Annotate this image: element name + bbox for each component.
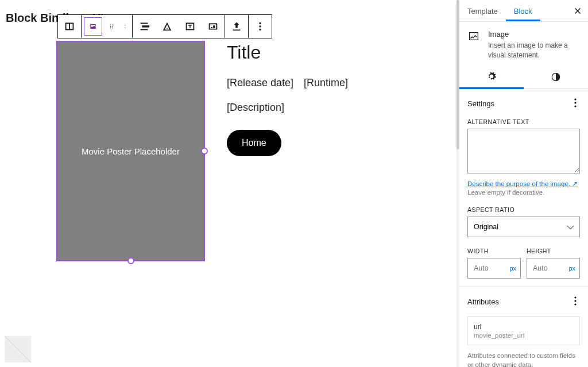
kebab-icon [574, 296, 577, 306]
svg-point-3 [112, 26, 113, 27]
attribute-value: movie_poster_url [474, 332, 574, 339]
svg-point-11 [574, 102, 576, 103]
resize-handle-bottom[interactable] [127, 257, 134, 264]
block-tab[interactable]: Block [506, 0, 540, 21]
align-button[interactable] [133, 15, 156, 38]
alt-text-label: ALTERNATIVE TEXT [467, 118, 580, 125]
width-label: WIDTH [467, 248, 521, 254]
caption-icon [161, 20, 173, 33]
svg-point-6 [259, 22, 261, 24]
attributes-panel-title: Attributes [467, 298, 499, 306]
styles-icon [550, 71, 562, 83]
svg-point-0 [110, 25, 111, 26]
alt-help-muted: Leave empty if decorative. [467, 189, 580, 196]
svg-point-8 [259, 29, 261, 30]
settings-panel-menu[interactable] [571, 97, 580, 110]
image-block-button[interactable] [86, 19, 100, 34]
aspect-ratio-label: ASPECT RATIO [467, 206, 580, 213]
upload-icon [230, 20, 243, 33]
duotone-icon [207, 20, 219, 33]
move-buttons[interactable] [118, 15, 132, 38]
svg-point-1 [112, 25, 113, 26]
svg-point-15 [574, 303, 576, 305]
template-tab[interactable]: Template [459, 0, 506, 21]
attributes-panel-menu[interactable] [571, 295, 580, 308]
runtime-placeholder[interactable]: [Runtime] [304, 77, 348, 89]
text-button[interactable] [179, 15, 202, 38]
image-icon [89, 20, 97, 33]
height-unit[interactable]: px [568, 265, 575, 272]
svg-point-7 [259, 25, 261, 27]
scrollbar[interactable] [457, 0, 459, 367]
content-title[interactable]: Title [227, 42, 348, 63]
svg-point-2 [110, 26, 111, 27]
inspector-sidebar: Template Block Image Insert an image to … [459, 0, 588, 367]
alt-help-link[interactable]: Describe the purpose of the image. [467, 180, 578, 187]
aspect-ratio-select[interactable]: Original [467, 217, 580, 237]
image-block-placeholder[interactable]: Movie Poster Placeholder [57, 42, 204, 260]
height-label: HEIGHT [527, 248, 580, 254]
svg-point-12 [574, 105, 576, 107]
settings-panel-title: Settings [467, 99, 494, 108]
block-name: Image [488, 30, 580, 38]
replace-button[interactable] [225, 15, 248, 38]
drag-handle[interactable] [105, 15, 118, 38]
block-description: Insert an image to make a visual stateme… [488, 41, 580, 60]
block-toolbar [57, 14, 272, 38]
parent-block-button[interactable] [58, 15, 81, 38]
resize-handle-right[interactable] [201, 148, 208, 154]
kebab-icon [254, 20, 266, 33]
close-icon [572, 6, 583, 16]
svg-point-13 [574, 296, 576, 298]
editor-canvas: Block Bindings UI [0, 0, 459, 367]
release-date-placeholder[interactable]: [Release date] [227, 77, 293, 89]
text-overlay-icon [184, 20, 196, 33]
caption-button[interactable] [156, 15, 179, 38]
svg-point-5 [112, 28, 113, 29]
drag-icon [108, 20, 115, 33]
home-button[interactable]: Home [227, 130, 281, 156]
attributes-help: Attributes connected to custom fields or… [467, 351, 580, 367]
gear-icon [486, 71, 497, 82]
svg-point-10 [574, 98, 576, 100]
attribute-key: url [474, 323, 574, 331]
columns-icon [63, 20, 76, 33]
svg-point-14 [574, 300, 576, 302]
styles-subtab[interactable] [524, 66, 588, 89]
close-sidebar-button[interactable] [567, 1, 588, 21]
kebab-icon [574, 98, 577, 107]
chevrons-icon [122, 20, 129, 33]
duotone-button[interactable] [202, 15, 225, 38]
align-icon [138, 20, 150, 33]
alt-text-input[interactable] [467, 129, 580, 173]
more-options-button[interactable] [249, 15, 272, 38]
settings-subtab[interactable] [459, 66, 524, 89]
description-placeholder[interactable]: [Description] [227, 102, 348, 114]
svg-point-4 [110, 28, 111, 29]
attribute-binding[interactable]: url movie_poster_url [467, 316, 580, 345]
image-placeholder-text: Movie Poster Placeholder [82, 146, 180, 156]
width-unit[interactable]: px [509, 265, 516, 272]
corner-placeholder-icon [5, 336, 31, 362]
image-icon [467, 30, 480, 43]
